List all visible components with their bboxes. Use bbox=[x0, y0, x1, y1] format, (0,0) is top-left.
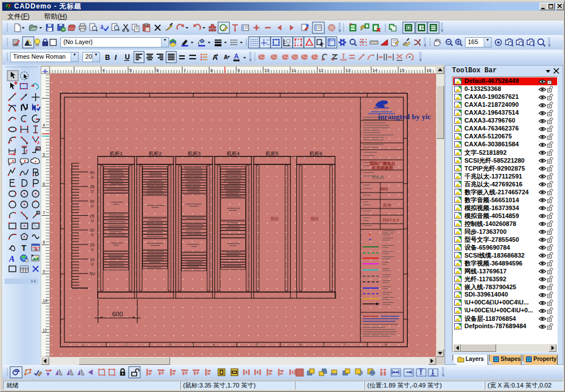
svg-text:U: U bbox=[125, 53, 130, 61]
svg-text:4: 4 bbox=[212, 343, 215, 346]
svg-text:2007.6.9: 2007.6.9 bbox=[382, 217, 398, 223]
svg-text:8: 8 bbox=[43, 239, 45, 245]
svg-text:U: U bbox=[91, 262, 94, 266]
svg-text:U: U bbox=[91, 189, 94, 193]
svg-text:2: 2 bbox=[125, 343, 128, 346]
svg-text:600: 600 bbox=[112, 311, 123, 317]
svg-text:ǎ: ǎ bbox=[101, 24, 104, 30]
svg-text:6: 6 bbox=[43, 181, 45, 186]
svg-text:机柜6: 机柜6 bbox=[309, 151, 322, 156]
svg-text:001: 001 bbox=[380, 186, 388, 191]
svg-text:15: 15 bbox=[399, 68, 405, 73]
svg-text:10: 10 bbox=[43, 298, 47, 303]
svg-text:uq: uq bbox=[497, 41, 499, 44]
svg-text:I: I bbox=[115, 54, 117, 62]
svg-text:U: U bbox=[91, 175, 94, 179]
svg-text:2: 2 bbox=[37, 141, 40, 145]
svg-text:20: 20 bbox=[90, 228, 94, 232]
svg-text:预留: 预留 bbox=[271, 216, 279, 221]
svg-text:35: 35 bbox=[90, 185, 94, 189]
svg-text:机柜2: 机柜2 bbox=[149, 151, 162, 156]
svg-text:2: 2 bbox=[13, 152, 15, 156]
svg-text:4: 4 bbox=[43, 123, 45, 128]
svg-text:U: U bbox=[91, 233, 94, 237]
svg-text:1: 1 bbox=[82, 343, 84, 346]
svg-text:inraugted by yic: inraugted by yic bbox=[378, 112, 431, 121]
svg-text:A: A bbox=[35, 247, 38, 251]
svg-text:7: 7 bbox=[343, 343, 345, 346]
svg-text:吕伟: 吕伟 bbox=[383, 203, 392, 208]
svg-text:A: A bbox=[224, 54, 228, 60]
svg-text:30: 30 bbox=[90, 199, 94, 203]
svg-text:机柜5: 机柜5 bbox=[266, 151, 279, 156]
svg-text:40: 40 bbox=[90, 171, 94, 175]
svg-text:5: 5 bbox=[256, 343, 258, 346]
svg-text:9: 9 bbox=[43, 269, 45, 274]
svg-text:机柜4: 机柜4 bbox=[227, 151, 240, 156]
svg-text:3: 3 bbox=[169, 343, 171, 346]
svg-text:10: 10 bbox=[90, 258, 94, 262]
svg-text:7: 7 bbox=[43, 210, 45, 215]
svg-text:×: × bbox=[349, 21, 352, 27]
svg-text:11: 11 bbox=[43, 328, 47, 333]
svg-text:机柜1: 机柜1 bbox=[110, 151, 123, 156]
svg-text:14: 14 bbox=[372, 68, 377, 73]
svg-text:预留: 预留 bbox=[311, 216, 319, 221]
svg-text:机柜图: 机柜图 bbox=[372, 175, 384, 180]
svg-text:U: U bbox=[91, 247, 94, 251]
svg-text:A: A bbox=[8, 254, 15, 263]
svg-text:5U: 5U bbox=[90, 272, 95, 276]
svg-text:U: U bbox=[91, 204, 94, 208]
svg-text:DWF: DWF bbox=[13, 44, 19, 47]
svg-text:13: 13 bbox=[345, 68, 350, 73]
svg-text:机柜3: 机柜3 bbox=[188, 151, 201, 156]
svg-text:5: 5 bbox=[43, 152, 45, 157]
svg-text:25: 25 bbox=[90, 214, 94, 218]
svg-text:T: T bbox=[21, 243, 27, 252]
svg-text:10: 10 bbox=[264, 68, 270, 73]
svg-text:U: U bbox=[91, 219, 94, 223]
svg-text:B: B bbox=[105, 54, 110, 62]
svg-text:6: 6 bbox=[299, 343, 302, 346]
svg-text:2: 2 bbox=[25, 149, 28, 153]
svg-text:8: 8 bbox=[385, 343, 387, 346]
svg-text:12: 12 bbox=[318, 68, 323, 73]
svg-text:机房搭建图: 机房搭建图 bbox=[371, 165, 393, 171]
svg-text:16: 16 bbox=[427, 68, 432, 73]
svg-text:A: A bbox=[234, 53, 239, 60]
svg-text:15: 15 bbox=[90, 243, 94, 247]
